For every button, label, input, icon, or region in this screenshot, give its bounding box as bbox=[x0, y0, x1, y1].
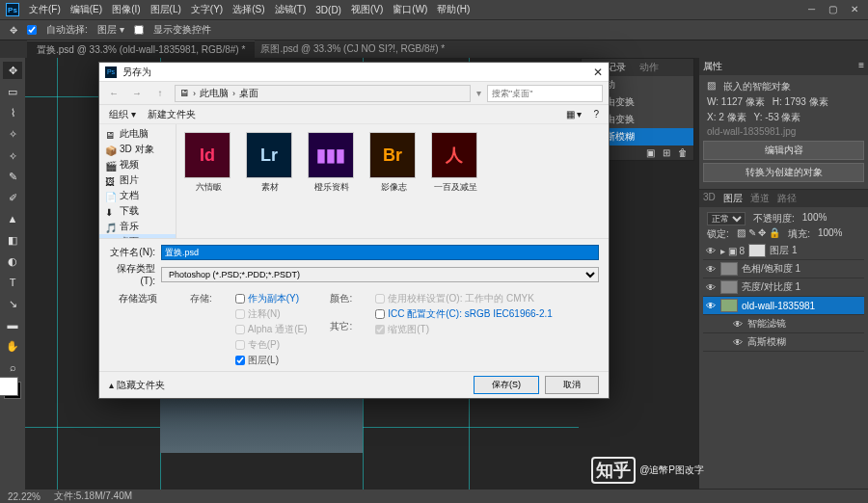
tab-layers[interactable]: 图层 bbox=[723, 192, 743, 205]
filetype-select[interactable]: Photoshop (*.PSD;*.PDD;*.PSDT) bbox=[161, 267, 599, 282]
opt-layer[interactable]: 图层(L) bbox=[235, 354, 308, 367]
zoom-level[interactable]: 22.22% bbox=[8, 491, 41, 502]
nav-item[interactable]: 📦3D 对象 bbox=[99, 142, 176, 157]
fill-value[interactable]: 100% bbox=[818, 227, 843, 241]
convert-button[interactable]: 转换为创建的对象 bbox=[703, 163, 864, 182]
show-transform-check[interactable] bbox=[134, 25, 144, 35]
auto-select-check[interactable] bbox=[27, 25, 37, 35]
opt-thumb: 缩览图(T) bbox=[375, 323, 553, 336]
layer-row[interactable]: 👁▸ ▣ 8图层 1 bbox=[703, 242, 864, 260]
visibility-icon[interactable]: 👁 bbox=[705, 246, 717, 256]
gradient-tool[interactable]: ◐ bbox=[3, 252, 22, 270]
blend-mode[interactable]: 正常 bbox=[707, 212, 746, 225]
close-icon[interactable]: ✕ bbox=[851, 4, 858, 14]
hand-tool[interactable]: ✋ bbox=[3, 337, 22, 355]
nav-forward-icon[interactable]: → bbox=[128, 85, 146, 102]
hide-folders-link[interactable]: ▴ 隐藏文件夹 bbox=[109, 379, 165, 392]
layer-row[interactable]: 👁智能滤镜 bbox=[703, 315, 864, 333]
opacity-value[interactable]: 100% bbox=[802, 212, 827, 225]
nav-item[interactable]: 🎵音乐 bbox=[99, 219, 176, 234]
cancel-button[interactable]: 取消 bbox=[545, 376, 599, 394]
menu-item[interactable]: 图像(I) bbox=[112, 3, 140, 16]
properties-tab[interactable]: 属性 bbox=[703, 60, 722, 73]
tab-paths[interactable]: 路径 bbox=[777, 192, 797, 205]
zoom-tool[interactable]: ⌕ bbox=[3, 358, 22, 376]
wand-tool[interactable]: ✧ bbox=[3, 125, 22, 143]
menu-item[interactable]: 编辑(E) bbox=[70, 3, 102, 16]
menu-item[interactable]: 文字(Y) bbox=[191, 3, 223, 16]
breadcrumb[interactable]: 🖥› 此电脑› 桌面 bbox=[175, 85, 471, 102]
folder-item[interactable]: Id六情畈 bbox=[184, 132, 232, 194]
nav-item[interactable]: ⬇下载 bbox=[99, 203, 176, 219]
visibility-icon[interactable]: 👁 bbox=[705, 282, 717, 293]
organize-button[interactable]: 组织 ▾ bbox=[109, 108, 136, 121]
marquee-tool[interactable]: ▭ bbox=[3, 83, 22, 100]
doc-tab[interactable]: 原图.psd @ 33.3% (CJ NO SI?!, RGB/8#) * bbox=[260, 42, 445, 56]
canvas-image bbox=[160, 395, 363, 453]
path-tool[interactable]: ↘ bbox=[3, 295, 22, 312]
menu-item[interactable]: 3D(D) bbox=[315, 5, 341, 15]
menu-item[interactable]: 视图(V) bbox=[351, 3, 383, 16]
visibility-icon[interactable]: 👁 bbox=[705, 264, 717, 275]
nav-item[interactable]: 🖼图片 bbox=[99, 172, 176, 188]
help-icon[interactable]: ? bbox=[593, 109, 599, 119]
type-tool[interactable]: T bbox=[3, 274, 22, 291]
crop-tool[interactable]: ⟡ bbox=[3, 146, 22, 164]
tab-channels[interactable]: 通道 bbox=[750, 192, 770, 205]
maximize-icon[interactable]: ▢ bbox=[828, 4, 837, 14]
brush-tool[interactable]: ✐ bbox=[3, 189, 22, 206]
folder-item[interactable]: 人一百及减呈 bbox=[431, 132, 479, 194]
search-input[interactable] bbox=[487, 85, 603, 102]
opt-copy[interactable]: 作为副本(Y) bbox=[235, 292, 308, 305]
menu-item[interactable]: 选择(S) bbox=[232, 3, 264, 16]
file-grid[interactable]: Id六情畈Lr素材▮▮▮橙乐资料Br影像志人一百及减呈 bbox=[176, 124, 609, 238]
menu-item[interactable]: 图层(L) bbox=[150, 3, 181, 16]
layer-row[interactable]: 👁亮度/对比度 1 bbox=[703, 278, 864, 297]
nav-item[interactable]: 🖥此电脑 bbox=[99, 126, 176, 142]
layer-row-selected[interactable]: 👁old-wall-1835981 bbox=[703, 297, 864, 315]
camera-icon[interactable]: ▣ bbox=[646, 147, 655, 158]
nav-up-icon[interactable]: ↑ bbox=[151, 85, 169, 102]
move-tool[interactable]: ✥ bbox=[3, 62, 22, 79]
dialog-close-icon[interactable]: ✕ bbox=[593, 66, 603, 79]
visibility-icon[interactable]: 👁 bbox=[732, 319, 744, 330]
folder-item[interactable]: Lr素材 bbox=[246, 132, 294, 194]
layer-dropdown[interactable]: 图层 ▾ bbox=[97, 23, 124, 37]
nav-item[interactable]: 🎬视频 bbox=[99, 157, 176, 172]
view-icon[interactable]: ▦ ▾ bbox=[566, 109, 583, 119]
stamp-tool[interactable]: ▲ bbox=[3, 210, 22, 227]
toolbox: ✥ ▭ ⌇ ✧ ⟡ ✎ ✐ ▲ ◧ ◐ T ↘ ▬ ✋ ⌕ bbox=[0, 58, 25, 490]
menu-item[interactable]: 滤镜(T) bbox=[275, 3, 307, 16]
new-icon[interactable]: ⊞ bbox=[663, 147, 670, 158]
panel-menu-icon[interactable]: ≡ bbox=[858, 60, 864, 73]
folder-item[interactable]: Br影像志 bbox=[369, 132, 418, 194]
actions-tab[interactable]: 动作 bbox=[639, 61, 659, 74]
eyedropper-tool[interactable]: ✎ bbox=[3, 168, 22, 185]
visibility-icon[interactable]: 👁 bbox=[732, 337, 744, 348]
color-swatch[interactable] bbox=[4, 382, 21, 399]
save-button[interactable]: 保存(S) bbox=[474, 376, 539, 394]
tab-3d[interactable]: 3D bbox=[703, 192, 716, 205]
menu-item[interactable]: 文件(F) bbox=[29, 3, 61, 16]
filename-input[interactable] bbox=[161, 245, 599, 260]
menu-item[interactable]: 帮助(H) bbox=[437, 3, 470, 16]
menu-item[interactable]: 窗口(W) bbox=[393, 3, 427, 16]
shape-tool[interactable]: ▬ bbox=[3, 316, 22, 333]
nav-back-icon[interactable]: ← bbox=[105, 85, 122, 102]
edit-content-button[interactable]: 编辑内容 bbox=[703, 141, 864, 160]
opt-icc[interactable]: ICC 配置文件(C): sRGB IEC61966-2.1 bbox=[375, 307, 553, 321]
watermark: 知乎@追幣P图改字 bbox=[591, 457, 704, 484]
minimize-icon[interactable]: ─ bbox=[808, 4, 815, 14]
eraser-tool[interactable]: ◧ bbox=[3, 231, 22, 249]
trash-icon[interactable]: 🗑 bbox=[678, 147, 688, 158]
doc-tab-active[interactable]: 置换.psd @ 33.3% (old-wall-1835981, RGB/8#… bbox=[27, 40, 255, 59]
layer-row[interactable]: 👁色相/饱和度 1 bbox=[703, 260, 864, 278]
lock-icons[interactable]: ▨ ✎ ✥ 🔒 bbox=[737, 227, 780, 241]
new-folder-button[interactable]: 新建文件夹 bbox=[148, 108, 196, 121]
visibility-icon[interactable]: 👁 bbox=[705, 301, 717, 311]
lasso-tool[interactable]: ⌇ bbox=[3, 104, 22, 121]
folder-item[interactable]: ▮▮▮橙乐资料 bbox=[308, 132, 356, 194]
nav-item[interactable]: 📄文档 bbox=[99, 188, 176, 203]
move-tool-icon: ✥ bbox=[10, 25, 17, 36]
layer-row[interactable]: 👁高斯模糊 bbox=[703, 333, 864, 352]
